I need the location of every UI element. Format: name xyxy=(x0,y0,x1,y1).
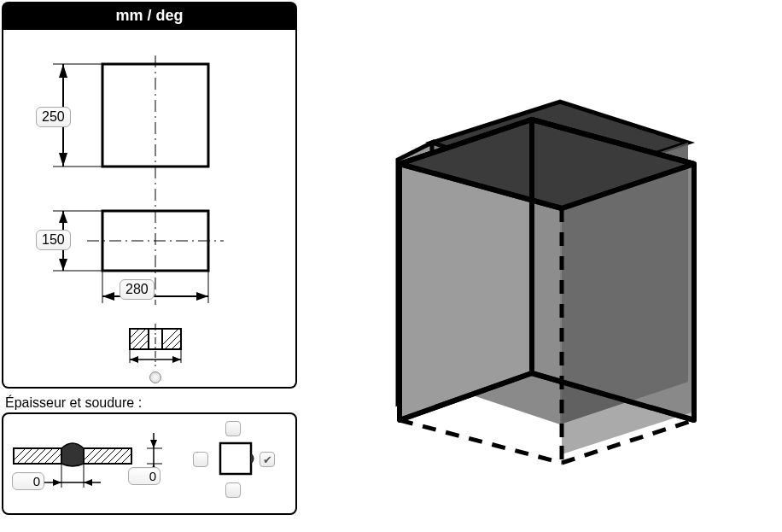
svg-marker-36 xyxy=(172,356,181,363)
height-input[interactable]: 250 xyxy=(36,107,71,127)
weld-panel: 0 0 xyxy=(2,412,297,515)
svg-line-50 xyxy=(94,448,109,464)
units-header: mm / deg xyxy=(2,2,297,30)
svg-line-52 xyxy=(108,448,123,464)
svg-line-53 xyxy=(114,448,130,464)
svg-marker-18 xyxy=(196,292,208,301)
dimensions-panel: 250 150 280 xyxy=(2,30,297,389)
svg-line-81 xyxy=(400,420,562,463)
width-input[interactable]: 280 xyxy=(120,279,155,300)
svg-line-42 xyxy=(24,448,39,464)
weld-section-label: Épaisseur et soudure : xyxy=(5,395,297,411)
svg-line-40 xyxy=(10,448,26,464)
svg-line-44 xyxy=(38,448,53,464)
thickness-input[interactable]: 0 xyxy=(128,467,160,485)
svg-marker-35 xyxy=(130,356,138,363)
svg-marker-5 xyxy=(59,64,67,78)
svg-marker-58 xyxy=(53,479,61,486)
depth-input[interactable]: 150 xyxy=(36,230,71,250)
svg-rect-65 xyxy=(220,443,251,474)
svg-line-45 xyxy=(44,448,60,464)
svg-line-49 xyxy=(87,448,102,464)
face-right-checkbox[interactable] xyxy=(260,452,275,467)
svg-marker-63 xyxy=(150,440,157,448)
svg-marker-13 xyxy=(59,259,67,271)
svg-line-43 xyxy=(31,448,46,464)
svg-marker-17 xyxy=(102,292,114,301)
face-left-checkbox[interactable] xyxy=(193,452,208,467)
svg-marker-59 xyxy=(84,479,92,486)
svg-marker-12 xyxy=(59,211,67,223)
face-top-checkbox[interactable] xyxy=(225,421,241,436)
svg-line-41 xyxy=(17,448,32,464)
svg-line-51 xyxy=(101,448,116,464)
svg-marker-79 xyxy=(562,164,694,454)
preview-3d[interactable] xyxy=(299,0,782,532)
svg-marker-6 xyxy=(59,153,67,167)
gap-input[interactable]: 0 xyxy=(12,472,44,490)
face-bottom-checkbox[interactable] xyxy=(225,482,241,498)
wall-slider[interactable] xyxy=(149,371,161,383)
svg-line-54 xyxy=(121,448,137,464)
